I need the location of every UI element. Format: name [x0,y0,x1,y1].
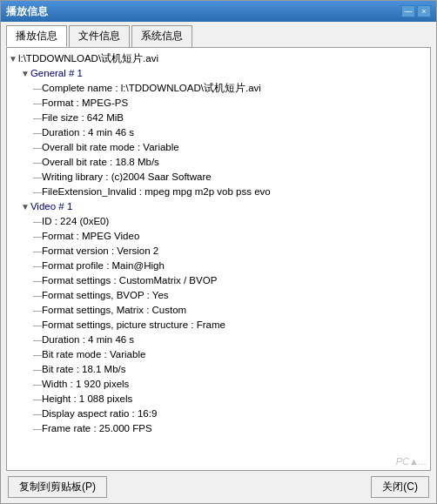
close-button[interactable]: × [417,5,431,17]
connector-icon: — [33,362,42,377]
main-window: 播放信息 — × 播放信息 文件信息 系统信息 ▼ l:\TDDOWNLOAD\… [0,0,437,504]
item-label: File size : 642 MiB [42,111,124,125]
connector-icon: — [33,155,42,170]
item-label: Format settings, BVOP : Yes [42,288,169,303]
connector-icon: — [33,303,42,318]
list-item: — FileExtension_Invalid : mpeg mpg m2p v… [9,185,428,199]
item-label: Format : MPEG Video [42,229,139,244]
connector-icon: — [33,392,42,407]
list-item: — ID : 224 (0xE0) [9,214,428,229]
item-label: Format : MPEG-PS [42,96,128,111]
list-item: — Duration : 4 min 46 s [9,125,428,140]
tab-playback-info[interactable]: 播放信息 [6,25,67,47]
connector-icon: — [33,214,42,229]
list-item: — Format settings, BVOP : Yes [9,288,428,303]
connector-icon: — [33,407,42,421]
item-label: FileExtension_Invalid : mpeg mpg m2p vob… [42,185,271,199]
connector-icon: — [33,288,42,303]
connector-icon: — [33,259,42,273]
tab-file-info[interactable]: 文件信息 [69,25,130,47]
tab-bar: 播放信息 文件信息 系统信息 [1,22,436,47]
list-item: — Complete name : l:\TDDOWNLOAD\试机短片.avi [9,81,428,96]
list-item: — Writing library : (c)2004 Saar Softwar… [9,170,428,185]
section-video: ▼ Video # 1 [9,199,428,214]
list-item: — Format settings, picture structure : F… [9,318,428,333]
content-area[interactable]: ▼ l:\TDDOWNLOAD\试机短片.avi ▼ General # 1 —… [6,47,431,471]
item-label: Format settings, Matrix : Custom [42,303,186,318]
item-label: Duration : 4 min 46 s [42,125,134,140]
list-item: — Bit rate : 18.1 Mb/s [9,362,428,377]
info-tree: ▼ l:\TDDOWNLOAD\试机短片.avi ▼ General # 1 —… [9,51,428,436]
list-item: — Width : 1 920 pixels [9,377,428,392]
item-label: Format version : Version 2 [42,244,158,259]
title-bar-buttons: — × [401,5,431,17]
list-item: — Overall bit rate : 18.8 Mb/s [9,155,428,170]
expand-icon-general[interactable]: ▼ [21,66,30,81]
list-item: — File size : 642 MiB [9,111,428,125]
connector-icon: — [33,318,42,333]
list-item: — Bit rate mode : Variable [9,347,428,362]
item-label: Format settings, picture structure : Fra… [42,318,225,333]
item-label: Width : 1 920 pixels [42,377,129,392]
connector-icon: — [33,377,42,392]
item-label: Complete name : l:\TDDOWNLOAD\试机短片.avi [42,81,261,96]
connector-icon: — [33,347,42,362]
list-item: — Format settings, Matrix : Custom [9,303,428,318]
item-label: Writing library : (c)2004 Saar Software [42,170,212,185]
connector-icon: — [33,229,42,244]
section-video-label: Video # 1 [30,199,72,214]
window-title: 播放信息 [6,4,48,19]
item-label: Frame rate : 25.000 FPS [42,421,152,436]
list-item: — Height : 1 088 pixels [9,392,428,407]
item-label: Overall bit rate : 18.8 Mb/s [42,155,159,170]
item-label: Format settings : CustomMatrix / BVOP [42,273,217,288]
footer: 复制到剪贴板(P) 关闭(C) [1,471,436,503]
copy-button[interactable]: 复制到剪贴板(P) [8,476,107,498]
item-label: Format profile : Main@High [42,259,165,273]
connector-icon: — [33,273,42,288]
list-item: — Frame rate : 25.000 FPS [9,421,428,436]
expand-icon-video[interactable]: ▼ [21,199,30,214]
list-item: — Display aspect ratio : 16:9 [9,407,428,421]
item-label: Display aspect ratio : 16:9 [42,407,157,421]
item-label: Bit rate : 18.1 Mb/s [42,362,126,377]
section-general: ▼ General # 1 [9,66,428,81]
item-label: Duration : 4 min 46 s [42,333,134,347]
list-item: — Duration : 4 min 46 s [9,333,428,347]
section-general-label: General # 1 [30,66,83,81]
list-item: — Format : MPEG Video [9,229,428,244]
connector-icon: — [33,96,42,111]
close-button-footer[interactable]: 关闭(C) [371,476,429,498]
connector-icon: — [33,333,42,347]
connector-icon: — [33,170,42,185]
connector-icon: — [33,111,42,125]
connector-icon: — [33,421,42,436]
item-label: Bit rate mode : Variable [42,347,145,362]
item-label: ID : 224 (0xE0) [42,214,109,229]
connector-icon: — [33,244,42,259]
title-bar: 播放信息 — × [1,1,436,22]
connector-icon: — [33,81,42,96]
expand-icon[interactable]: ▼ [9,51,17,66]
list-item: — Format settings : CustomMatrix / BVOP [9,273,428,288]
connector-icon: — [33,185,42,199]
list-item: — Format : MPEG-PS [9,96,428,111]
list-item: — Overall bit rate mode : Variable [9,140,428,155]
root-label: l:\TDDOWNLOAD\试机短片.avi [18,51,158,66]
list-item: — Format profile : Main@High [9,259,428,273]
tab-system-info[interactable]: 系统信息 [131,25,192,47]
item-label: Overall bit rate mode : Variable [42,140,179,155]
connector-icon: — [33,140,42,155]
list-item: — Format version : Version 2 [9,244,428,259]
tree-root: ▼ l:\TDDOWNLOAD\试机短片.avi [9,51,428,66]
watermark: PC▲... [396,456,427,467]
item-label: Height : 1 088 pixels [42,392,132,407]
minimize-button[interactable]: — [401,5,415,17]
connector-icon: — [33,125,42,140]
